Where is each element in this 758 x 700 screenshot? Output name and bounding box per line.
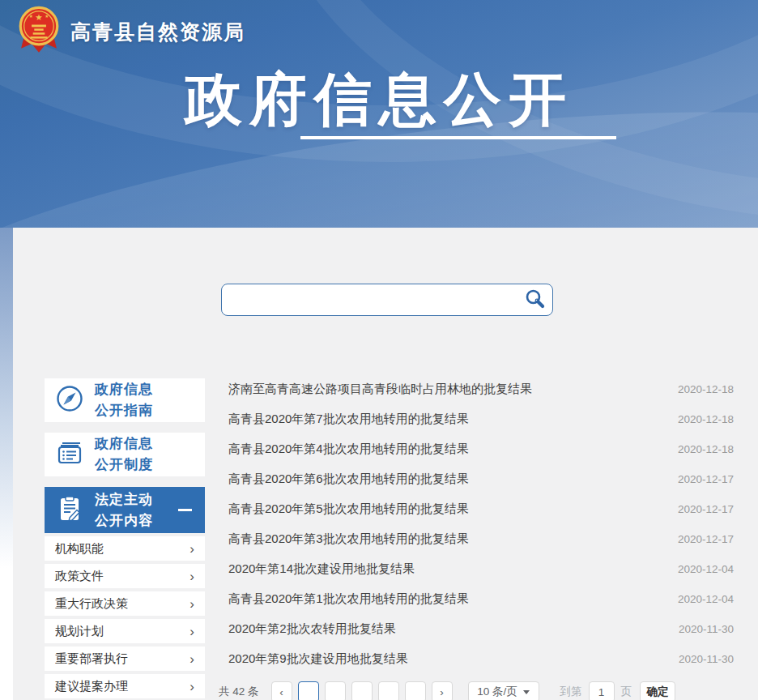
document-title: 高青县2020年第5批次农用地转用的批复结果 [219, 502, 469, 517]
compass-icon [55, 384, 84, 416]
goto-page-group: 到第 页 [560, 681, 632, 700]
document-date: 2020-12-17 [665, 503, 734, 515]
sidebar-submenu-item[interactable]: 重要部署执行 › [45, 647, 205, 671]
document-title: 2020年第9批次建设用地批复结果 [219, 651, 408, 667]
document-title: 2020年第2批次农转用批复结果 [219, 621, 396, 637]
document-list-row[interactable]: 2020年第9批次建设用地批复结果 2020-11-30 [219, 644, 734, 674]
svg-text:★: ★ [45, 14, 49, 19]
pagination-page-button[interactable] [325, 681, 346, 700]
goto-suffix-label: 页 [621, 685, 632, 699]
document-list-row[interactable]: 济南至高青高速公路项目高青段临时占用林地的批复结果 2020-12-18 [219, 374, 734, 404]
sidebar-item-label: 政府信息 公开指南 [95, 379, 153, 421]
document-list: 济南至高青高速公路项目高青段临时占用林地的批复结果 2020-12-18 高青县… [219, 374, 734, 674]
search-box [221, 284, 553, 316]
document-title: 高青县2020年第4批次农用地转用的批复结果 [219, 442, 469, 457]
pagination-page-button[interactable] [378, 681, 399, 700]
page-size-select[interactable]: 10 条/页 [468, 681, 539, 700]
svg-text:★: ★ [29, 14, 33, 19]
document-date: 2020-12-17 [665, 533, 734, 545]
pagination-total: 共 42 条 [219, 685, 259, 699]
document-list-row[interactable]: 高青县2020年第7批次农用地转用的批复结果 2020-12-18 [219, 404, 734, 434]
sidebar-submenu-item[interactable]: 规划计划 › [45, 619, 205, 643]
document-date: 2020-12-17 [665, 473, 734, 485]
pagination-page-button[interactable] [405, 681, 426, 700]
clipboard-icon [55, 494, 84, 527]
national-emblem-icon: ★ ★ ★ [18, 5, 60, 58]
document-title: 高青县2020年第3批次农用地转用的批复结果 [219, 531, 469, 547]
document-date: 2020-11-30 [666, 623, 734, 635]
chevron-right-icon: › [190, 652, 194, 666]
chevron-right-icon: › [190, 542, 194, 556]
pagination-next-button[interactable]: › [432, 681, 453, 700]
document-date: 2020-12-04 [665, 563, 734, 575]
sidebar-submenu-item[interactable]: 政策文件 › [45, 564, 205, 588]
sidebar-item-gov-info-system[interactable]: 政府信息 公开制度 [45, 433, 205, 476]
document-date: 2020-12-18 [665, 383, 734, 395]
sidebar-submenu-item[interactable]: 建议提案办理 › [45, 674, 205, 698]
document-title: 2020年第14批次建设用地批复结果 [219, 561, 415, 577]
pagination-page-button[interactable] [351, 681, 373, 700]
chevron-down-icon [523, 690, 530, 694]
pagination-bar: 共 42 条 ‹ › 10 条/页 到第 页 确定 [219, 681, 745, 700]
document-list-row[interactable]: 2020年第2批次农转用批复结果 2020-11-30 [219, 614, 734, 644]
document-list-row[interactable]: 高青县2020年第3批次农用地转用的批复结果 2020-12-17 [219, 524, 734, 554]
page-size-label: 10 条/页 [477, 685, 517, 699]
document-list-row[interactable]: 高青县2020年第5批次农用地转用的批复结果 2020-12-17 [219, 494, 734, 524]
document-date: 2020-12-18 [665, 413, 734, 425]
document-title: 高青县2020年第1批次农用地转用的批复结果 [219, 591, 469, 607]
submenu-item-label: 政策文件 [55, 569, 104, 584]
document-title: 高青县2020年第7批次农用地转用的批复结果 [219, 412, 469, 427]
title-underline [300, 136, 616, 139]
sidebar-submenu-item[interactable]: 机构职能 › [45, 536, 205, 561]
search-icon [524, 288, 546, 312]
document-list-row[interactable]: 高青县2020年第1批次农用地转用的批复结果 2020-12-04 [219, 584, 734, 614]
sidebar-item-gov-info-guide[interactable]: 政府信息 公开指南 [45, 378, 205, 422]
search-input[interactable] [222, 284, 517, 315]
submenu-item-label: 重大行政决策 [55, 596, 128, 612]
page-title: 政府信息公开 [0, 62, 758, 139]
banner: ★ ★ ★ 高青县自然资源局 政府信息公开 [0, 0, 758, 228]
sidebar-item-label: 政府信息 公开制度 [95, 433, 153, 476]
document-title: 济南至高青高速公路项目高青段临时占用林地的批复结果 [219, 382, 532, 397]
document-list-row[interactable]: 高青县2020年第6批次农用地转用的批复结果 2020-12-17 [219, 464, 734, 494]
document-icon [55, 438, 84, 471]
chevron-right-icon: › [190, 597, 194, 611]
sidebar-submenu-item[interactable]: 重大行政决策 › [45, 591, 205, 616]
chevron-right-icon: › [190, 680, 194, 694]
page: ★ ★ ★ 高青县自然资源局 政府信息公开 [0, 0, 758, 700]
search-button[interactable] [517, 284, 552, 315]
document-list-row[interactable]: 2020年第14批次建设用地批复结果 2020-12-04 [219, 554, 734, 584]
chevron-right-icon: › [190, 625, 194, 638]
chevron-right-icon: › [190, 570, 194, 583]
site-name: 高青县自然资源局 [70, 19, 245, 45]
pagination-page-button[interactable] [298, 681, 319, 700]
submenu-item-label: 重要部署执行 [55, 651, 128, 667]
document-date: 2020-12-18 [665, 443, 734, 455]
document-list-row[interactable]: 高青县2020年第4批次农用地转用的批复结果 2020-12-18 [219, 434, 734, 464]
svg-text:★: ★ [35, 12, 42, 22]
pagination-pages [298, 681, 432, 700]
document-title: 高青县2020年第6批次农用地转用的批复结果 [219, 472, 469, 487]
document-date: 2020-12-04 [665, 593, 734, 605]
goto-page-input[interactable] [589, 681, 615, 700]
sidebar-item-label: 法定主动 公开内容 [95, 489, 153, 531]
submenu-item-label: 建议提案办理 [55, 679, 128, 694]
site-brand[interactable]: ★ ★ ★ 高青县自然资源局 [18, 5, 245, 58]
sidebar-submenu: 机构职能 › 政策文件 › 重大行政决策 › 规划计划 › 重要部署执行 › 建… [45, 536, 205, 700]
confirm-button[interactable]: 确定 [640, 681, 675, 700]
pagination-prev-button[interactable]: ‹ [271, 681, 292, 700]
goto-prefix-label: 到第 [560, 685, 582, 699]
sidebar-item-statutory-disclosure[interactable]: 法定主动 公开内容 [45, 487, 205, 533]
collapse-minus-icon[interactable] [178, 509, 192, 511]
submenu-item-label: 机构职能 [55, 541, 104, 557]
submenu-item-label: 规划计划 [55, 624, 104, 639]
left-gradient-stripe [0, 228, 13, 700]
document-date: 2020-11-30 [666, 653, 734, 665]
